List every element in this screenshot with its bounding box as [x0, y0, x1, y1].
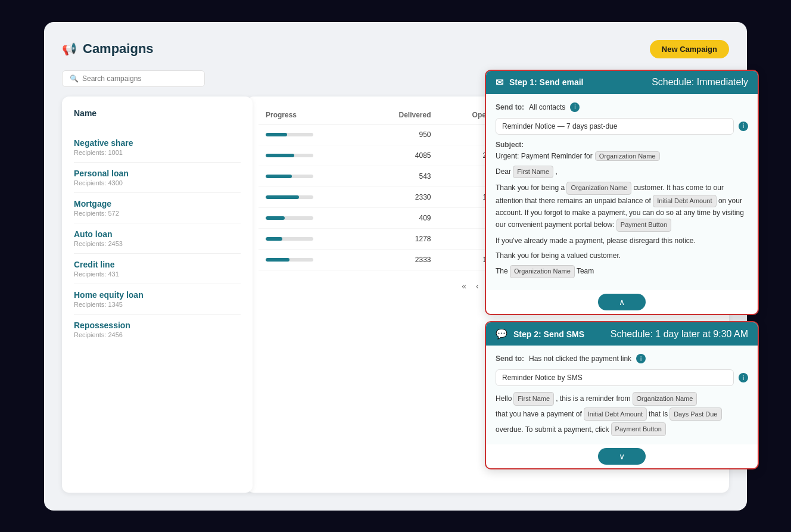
send-to-label: Send to:: [496, 103, 524, 111]
sms-icon: 💬: [496, 328, 507, 340]
campaign-item-credit-line[interactable]: Credit line Recipients: 431: [74, 254, 241, 284]
progress-cell: [259, 124, 361, 145]
step2-send-to-label: Send to:: [496, 354, 524, 363]
org-name-tag2: Organization Name: [510, 265, 575, 278]
campaign-name: Negative share: [74, 138, 241, 148]
campaign-item-negative-share[interactable]: Negative share Recipients: 1001: [74, 132, 241, 163]
campaign-item-home-equity-loan[interactable]: Home equity loan Recipients: 1345: [74, 284, 241, 315]
right-panels: ✉ Step 1: Send email Schedule: Immediate…: [485, 70, 759, 470]
envelope-icon: ✉: [496, 77, 503, 88]
campaign-recipients: Recipients: 572: [74, 210, 241, 217]
search-input[interactable]: [82, 74, 197, 83]
dear-text: Dear: [496, 167, 511, 176]
step1-send-to-row: Send to: All contacts i: [496, 102, 748, 112]
campaign-name: Home equity loan: [74, 290, 241, 300]
step2-send-to-value: Has not clicked the payment link: [529, 354, 631, 363]
delivered-cell: 950: [361, 124, 438, 145]
col-delivered: Delivered: [361, 106, 438, 125]
subject-line: Urgent: Payment Reminder for Organizatio…: [496, 151, 748, 161]
page-title: Campaigns: [83, 41, 154, 57]
step2-body: Send to: Has not clicked the payment lin…: [486, 346, 758, 444]
search-icon: 🔍: [70, 74, 79, 83]
step1-body: Send to: All contacts i Reminder Notice …: [486, 94, 758, 291]
megaphone-icon: 📢: [62, 42, 77, 56]
campaign-name: Mortgage: [74, 199, 241, 209]
name-column-header: Name: [74, 108, 241, 123]
campaign-name: Credit line: [74, 260, 241, 269]
org-name-tag1: Organization Name: [566, 182, 631, 195]
step2-send-to-info-icon[interactable]: i: [636, 354, 646, 363]
col-progress: Progress: [259, 106, 361, 125]
first-name-tag: First Name: [513, 166, 553, 179]
step2-send-to-row: Send to: Has not clicked the payment lin…: [496, 354, 748, 363]
first-page-button[interactable]: «: [459, 280, 469, 292]
campaign-recipients: Recipients: 2453: [74, 240, 241, 247]
step2-card: 💬 Step 2: Send SMS Schedule: 1 day later…: [485, 321, 759, 469]
new-campaign-button[interactable]: New Campaign: [650, 40, 729, 58]
campaign-item-repossession[interactable]: Repossession Recipients: 2456: [74, 315, 241, 344]
collapse-step1-button[interactable]: ∧: [598, 294, 646, 310]
subject-row: Subject: Urgent: Payment Reminder for Or…: [496, 141, 748, 161]
step1-title: Step 1: Send email: [509, 77, 583, 87]
campaign-name: Auto loan: [74, 229, 241, 239]
search-wrapper: 🔍: [62, 70, 205, 87]
step2-header-left: 💬 Step 2: Send SMS: [496, 328, 584, 340]
main-container: 📢 Campaigns New Campaign 🔍 Name Negative…: [44, 22, 747, 511]
header-left: 📢 Campaigns: [62, 41, 154, 57]
step2-debt-tag: Initial Debt Amount: [584, 407, 647, 421]
left-panel: Name Negative share Recipients: 1001 Per…: [62, 97, 253, 493]
campaign-item-mortgage[interactable]: Mortgage Recipients: 572: [74, 193, 241, 223]
campaign-item-auto-loan[interactable]: Auto loan Recipients: 2453: [74, 223, 241, 254]
step2-header: 💬 Step 2: Send SMS Schedule: 1 day later…: [486, 322, 758, 346]
payment-btn-tag: Payment Button: [616, 219, 671, 232]
subject-org-tag: Organization Name: [595, 151, 660, 161]
step2-payment-btn-tag: Payment Button: [611, 422, 666, 436]
campaign-name: Repossession: [74, 321, 241, 330]
step2-template-select[interactable]: Reminder Notice by SMS: [496, 369, 734, 386]
subject-prefix: Urgent: Payment Reminder for: [496, 152, 593, 160]
step1-header: ✉ Step 1: Send email Schedule: Immediate…: [486, 71, 758, 94]
campaign-recipients: Recipients: 2456: [74, 331, 241, 338]
campaign-name: Personal loan: [74, 169, 241, 178]
campaign-recipients: Recipients: 1345: [74, 301, 241, 308]
step2-first-name-tag: First Name: [513, 392, 554, 406]
campaign-recipients: Recipients: 431: [74, 270, 241, 278]
step2-title: Step 2: Send SMS: [513, 329, 584, 339]
step2-template-info-icon[interactable]: i: [739, 373, 748, 382]
debt-tag: Initial Debt Amount: [653, 195, 716, 208]
step2-days-tag: Days Past Due: [669, 407, 721, 421]
step1-card: ✉ Step 1: Send email Schedule: Immediate…: [485, 70, 759, 316]
step1-header-left: ✉ Step 1: Send email: [496, 77, 583, 88]
template-info-icon[interactable]: i: [739, 122, 748, 131]
campaign-item-personal-loan[interactable]: Personal loan Recipients: 4300: [74, 163, 241, 193]
step2-org-name-tag: Organization Name: [633, 392, 697, 406]
step1-schedule: Schedule: Immediately: [652, 77, 748, 88]
send-to-value: All contacts: [529, 103, 565, 111]
sms-body-preview: Hello First Name , this is a reminder fr…: [496, 392, 748, 436]
prev-page-button[interactable]: ‹: [474, 280, 481, 292]
subject-label: Subject:: [496, 141, 748, 149]
template-select[interactable]: Reminder Notice — 7 days past-due: [496, 118, 734, 135]
step2-schedule: Schedule: 1 day later at 9:30 AM: [611, 329, 748, 340]
campaign-recipients: Recipients: 4300: [74, 179, 241, 186]
email-body-preview: Dear First Name , Thank you for being a …: [496, 166, 748, 279]
send-to-info-icon[interactable]: i: [570, 102, 580, 112]
page-header: 📢 Campaigns New Campaign: [62, 40, 729, 58]
step2-template-dropdown-row: Reminder Notice by SMS i: [496, 369, 748, 386]
template-dropdown-row: Reminder Notice — 7 days past-due i: [496, 118, 748, 135]
campaign-recipients: Recipients: 1001: [74, 149, 241, 156]
expand-step2-button[interactable]: ∨: [598, 448, 646, 465]
